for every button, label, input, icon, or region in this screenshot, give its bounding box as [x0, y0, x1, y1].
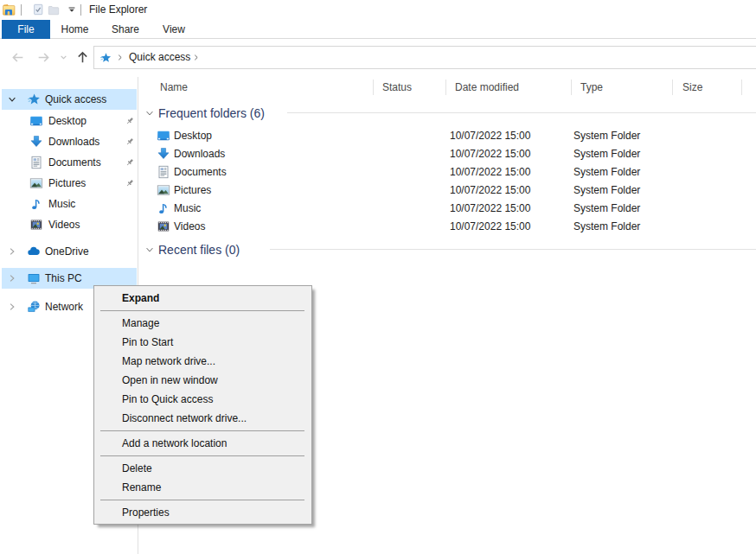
properties-check-icon[interactable]: [32, 3, 44, 16]
ribbon-tab-bar: File Home Share View: [0, 20, 756, 39]
column-header-type[interactable]: Type: [580, 78, 603, 98]
menu-item-disconnect-network-drive[interactable]: Disconnect network drive...: [94, 409, 311, 428]
documents-icon: [157, 165, 170, 179]
file-row-music[interactable]: Music 10/07/2022 15:00 System Folder: [138, 200, 756, 218]
tab-home[interactable]: Home: [51, 20, 99, 39]
cell-name: Downloads: [174, 145, 225, 163]
tab-file[interactable]: File: [2, 20, 50, 39]
chevron-right-icon[interactable]: [7, 302, 17, 312]
sidebar-item-label: OneDrive: [45, 241, 89, 262]
file-row-pictures[interactable]: Pictures 10/07/2022 15:00 System Folder: [138, 181, 756, 200]
file-row-documents[interactable]: Documents 10/07/2022 15:00 System Folder: [138, 163, 756, 181]
pin-icon: [125, 137, 135, 147]
sidebar-item-onedrive[interactable]: OneDrive: [2, 241, 137, 262]
quick-access-icon: [27, 92, 41, 106]
sidebar-item-music[interactable]: Music: [2, 194, 137, 214]
sidebar-item-pictures[interactable]: Pictures: [2, 173, 137, 194]
cell-name: Videos: [174, 218, 205, 236]
menu-separator: [100, 430, 304, 431]
pin-icon: [125, 178, 135, 188]
breadcrumb-chevron-icon[interactable]: [115, 53, 125, 62]
file-row-desktop[interactable]: Desktop 10/07/2022 15:00 System Folder: [138, 127, 756, 145]
group-header-line: [287, 112, 756, 113]
file-row-downloads[interactable]: Downloads 10/07/2022 15:00 System Folder: [138, 145, 756, 163]
column-separator[interactable]: [571, 80, 572, 95]
cell-date-modified: 10/07/2022 15:00: [450, 218, 530, 236]
cell-type: System Folder: [573, 218, 640, 236]
cell-name: Music: [174, 200, 201, 218]
customize-toolbar-arrow-icon[interactable]: [67, 3, 76, 16]
videos-icon: [157, 220, 170, 233]
chevron-right-icon[interactable]: [7, 273, 17, 283]
cell-type: System Folder: [573, 181, 640, 200]
tab-share[interactable]: Share: [99, 20, 152, 39]
group-label[interactable]: Recent files (0): [158, 241, 240, 258]
documents-icon: [29, 156, 43, 169]
breadcrumb-chevron-icon[interactable]: [191, 53, 201, 62]
chevron-right-icon[interactable]: [7, 246, 17, 257]
sidebar-item-label: Desktop: [48, 111, 86, 131]
quick-access-star-icon: [99, 52, 112, 64]
sidebar-item-label: This PC: [45, 268, 82, 289]
menu-item-rename[interactable]: Rename: [94, 478, 311, 497]
sidebar-item-documents[interactable]: Documents: [2, 152, 137, 173]
chevron-down-icon[interactable]: [7, 94, 17, 105]
cell-name: Pictures: [174, 181, 211, 200]
cell-type: System Folder: [573, 200, 640, 218]
menu-item-delete[interactable]: Delete: [94, 459, 311, 478]
sidebar-item-videos[interactable]: Videos: [2, 214, 137, 235]
up-arrow-icon[interactable]: [75, 50, 90, 65]
collapse-group-chevron-icon[interactable]: [144, 245, 155, 255]
column-separator[interactable]: [741, 80, 742, 95]
menu-item-properties[interactable]: Properties: [94, 503, 311, 522]
sidebar-item-downloads[interactable]: Downloads: [2, 131, 137, 152]
new-folder-icon[interactable]: [48, 3, 60, 16]
sidebar-item-desktop[interactable]: Desktop: [2, 111, 137, 131]
this-pc-icon: [27, 271, 41, 285]
menu-item-add-a-network-location[interactable]: Add a network location: [94, 434, 311, 453]
window-title: File Explorer: [89, 0, 147, 20]
tab-view[interactable]: View: [152, 20, 195, 39]
group-label[interactable]: Frequent folders (6): [158, 105, 265, 122]
menu-item-open-in-new-window[interactable]: Open in new window: [94, 371, 311, 390]
back-arrow-icon[interactable]: [10, 50, 25, 65]
sidebar-item-label: Documents: [48, 152, 101, 173]
sidebar-item-label: Network: [45, 296, 83, 317]
menu-item-manage[interactable]: Manage: [94, 314, 311, 333]
column-separator[interactable]: [373, 80, 374, 95]
column-separator[interactable]: [672, 80, 673, 95]
column-header-date-modified[interactable]: Date modified: [455, 78, 519, 98]
cell-date-modified: 10/07/2022 15:00: [450, 181, 530, 200]
cell-date-modified: 10/07/2022 15:00: [450, 163, 530, 181]
sidebar-item-quick-access[interactable]: Quick access: [2, 89, 137, 110]
menu-separator: [100, 500, 304, 500]
menu-item-map-network-drive[interactable]: Map network drive...: [94, 352, 311, 371]
column-header-size[interactable]: Size: [682, 78, 702, 98]
context-menu: Expand Manage Pin to Start Map network d…: [93, 285, 312, 525]
menu-item-pin-to-start[interactable]: Pin to Start: [94, 333, 311, 352]
cell-name: Desktop: [174, 127, 212, 145]
desktop-icon: [157, 129, 170, 143]
address-bar[interactable]: Quick access: [93, 46, 756, 69]
music-icon: [157, 201, 170, 215]
file-row-videos[interactable]: Videos 10/07/2022 15:00 System Folder: [138, 218, 756, 236]
downloads-icon: [29, 135, 43, 149]
column-header-status[interactable]: Status: [382, 78, 412, 98]
sidebar-item-label: Pictures: [48, 173, 86, 194]
sidebar-item-label: Downloads: [48, 131, 99, 152]
forward-arrow-icon[interactable]: [36, 50, 51, 65]
recent-locations-chevron-icon[interactable]: [58, 52, 69, 63]
group-header-line: [270, 249, 756, 250]
network-icon: [27, 300, 41, 314]
downloads-icon: [157, 147, 170, 161]
column-separator[interactable]: [445, 80, 446, 95]
cell-date-modified: 10/07/2022 15:00: [450, 127, 530, 145]
cell-type: System Folder: [573, 163, 640, 181]
titlebar-separator: [80, 4, 81, 16]
menu-item-pin-to-quick-access[interactable]: Pin to Quick access: [94, 390, 311, 409]
menu-item-expand[interactable]: Expand: [94, 289, 311, 308]
cell-date-modified: 10/07/2022 15:00: [450, 145, 530, 163]
breadcrumb-location[interactable]: Quick access: [129, 47, 190, 68]
column-header-name[interactable]: Name: [160, 78, 188, 98]
collapse-group-chevron-icon[interactable]: [144, 108, 155, 118]
